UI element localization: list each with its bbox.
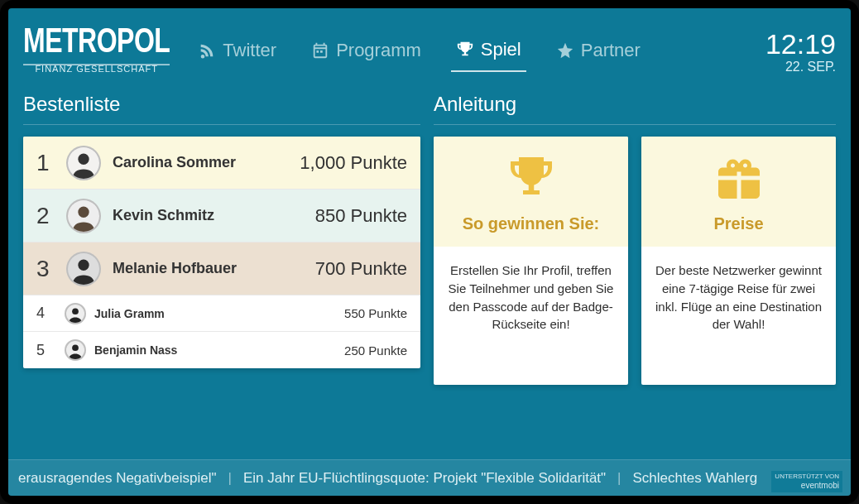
rank-number: 4	[36, 305, 61, 322]
card-title: So gewinnen Sie:	[463, 214, 600, 233]
content-columns: Bestenliste 1 Carolina Sommer 1,000 Punk…	[8, 88, 851, 459]
how-to-win-card: So gewinnen Sie: Erstellen Sie Ihr Profi…	[434, 137, 628, 385]
avatar	[66, 146, 101, 180]
news-ticker: erausragendes Negativbeispiel" | Ein Jah…	[8, 459, 851, 496]
player-name: Julia Gramm	[94, 307, 344, 320]
header: METROPOL FINANZ GESELLSCHAFT Twitter Pro…	[8, 8, 851, 88]
player-name: Carolina Sommer	[113, 154, 300, 171]
player-name: Melanie Hofbauer	[113, 260, 315, 277]
nav-programm[interactable]: Programm	[306, 33, 426, 71]
avatar	[66, 199, 101, 233]
nav-spiel[interactable]: Spiel	[451, 32, 526, 72]
ticker-item: Ein Jahr EU-Flüchtlingsquote: Projekt "F…	[243, 470, 606, 487]
svg-point-3	[78, 206, 89, 217]
display-frame: METROPOL FINANZ GESELLSCHAFT Twitter Pro…	[0, 0, 859, 504]
nav-partner[interactable]: Partner	[551, 33, 645, 71]
clock-date: 22. SEP.	[765, 60, 836, 74]
powered-by: UNTERSTÜTZT VON eventmobi	[771, 471, 842, 492]
card-header: So gewinnen Sie:	[434, 137, 628, 247]
ticker-item: Schlechtes Wahlerg	[633, 470, 758, 487]
card-body: Der beste Netzwerker gewinnt eine 7-tägi…	[641, 247, 836, 385]
card-header: Preise	[641, 137, 836, 247]
player-score: 1,000 Punkte	[300, 152, 407, 174]
leaderboard-row: 2 Kevin Schmitz 850 Punkte	[23, 190, 420, 242]
nav-label: Twitter	[223, 40, 276, 61]
guide-column: Anleitung So gewinnen Sie: Erstellen Sie…	[434, 88, 836, 459]
svg-point-9	[72, 344, 79, 351]
svg-point-7	[72, 308, 79, 314]
nav-label: Programm	[336, 40, 421, 61]
card-title: Preise	[713, 214, 763, 233]
avatar	[65, 339, 86, 361]
clock: 12:19 22. SEP.	[765, 30, 836, 74]
guide-heading: Anleitung	[434, 88, 836, 125]
leaderboard-row: 5 Benjamin Nass 250 Punkte	[23, 332, 420, 368]
leaderboard: 1 Carolina Sommer 1,000 Punkte 2 Kevin S…	[23, 137, 420, 368]
powered-label: UNTERSTÜTZT VON	[775, 473, 839, 481]
screen: METROPOL FINANZ GESELLSCHAFT Twitter Pro…	[8, 8, 851, 496]
calendar-icon	[311, 41, 329, 60]
main-nav: Twitter Programm Spiel	[193, 32, 765, 72]
trophy-icon	[456, 41, 474, 59]
leaderboard-heading: Bestenliste	[23, 88, 420, 125]
card-body: Erstellen Sie Ihr Profil, treffen Sie Te…	[434, 247, 628, 385]
rank-number: 3	[36, 256, 61, 282]
rank-number: 5	[36, 342, 61, 359]
clock-time: 12:19	[765, 30, 836, 58]
trophy-icon	[506, 153, 556, 206]
rank-number: 1	[36, 150, 61, 176]
guide-cards: So gewinnen Sie: Erstellen Sie Ihr Profi…	[434, 137, 836, 385]
player-name: Benjamin Nass	[94, 343, 344, 357]
player-score: 850 Punkte	[315, 205, 407, 227]
svg-point-5	[78, 259, 89, 270]
ticker-items: erausragendes Negativbeispiel" | Ein Jah…	[18, 470, 841, 487]
leaderboard-row: 1 Carolina Sommer 1,000 Punkte	[23, 137, 420, 190]
powered-brand: eventmobi	[775, 481, 839, 491]
player-score: 700 Punkte	[315, 258, 407, 280]
player-score: 550 Punkte	[344, 306, 407, 320]
brand-name: METROPOL	[23, 23, 170, 65]
svg-point-1	[78, 153, 89, 164]
player-name: Kevin Schmitz	[113, 207, 315, 224]
nav-label: Partner	[581, 40, 641, 61]
star-icon	[556, 41, 574, 60]
prizes-card: Preise Der beste Netzwerker gewinnt eine…	[641, 137, 836, 385]
leaderboard-row: 4 Julia Gramm 550 Punkte	[23, 295, 420, 332]
avatar	[66, 252, 101, 286]
avatar	[65, 303, 86, 324]
leaderboard-column: Bestenliste 1 Carolina Sommer 1,000 Punk…	[23, 88, 420, 459]
gift-icon	[714, 153, 764, 206]
rss-icon	[198, 41, 216, 60]
nav-twitter[interactable]: Twitter	[193, 33, 281, 71]
ticker-item: erausragendes Negativbeispiel"	[18, 470, 216, 487]
rank-number: 2	[36, 203, 61, 229]
nav-label: Spiel	[481, 39, 521, 60]
leaderboard-row: 3 Melanie Hofbauer 700 Punkte	[23, 242, 420, 295]
ticker-separator: |	[228, 470, 231, 487]
player-score: 250 Punkte	[344, 343, 407, 358]
brand-logo: METROPOL FINANZ GESELLSCHAFT	[23, 28, 170, 74]
ticker-separator: |	[617, 470, 621, 487]
